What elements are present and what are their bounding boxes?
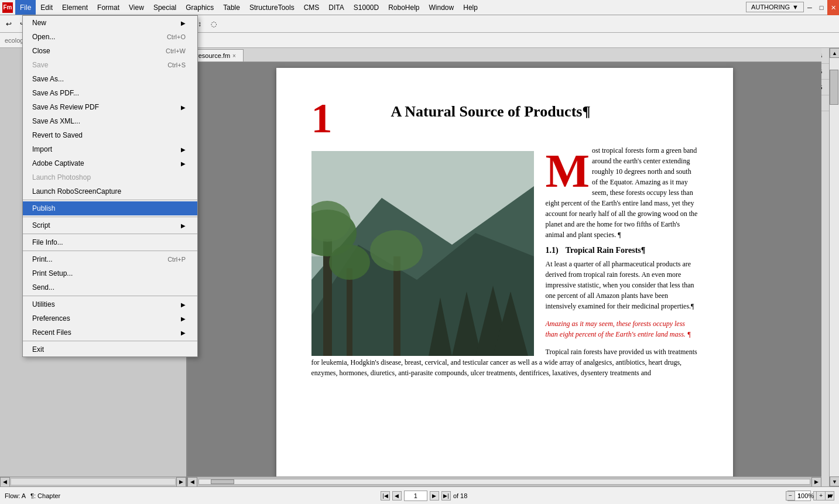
flow-label: Flow: A xyxy=(5,492,26,499)
menu-launch-robo[interactable]: Launch RoboScreenCapture xyxy=(23,184,197,198)
panel-scroll-left[interactable]: ◀ xyxy=(0,477,10,487)
script-submenu-arrow: ▶ xyxy=(181,222,186,229)
menu-script[interactable]: Script ▶ xyxy=(23,218,197,232)
horizontal-scrollbar: ◀ ▶ xyxy=(187,476,821,486)
menu-new[interactable]: New ▶ xyxy=(23,16,197,30)
utilities-submenu-arrow: ▶ xyxy=(181,301,186,308)
window-controls: ─ □ ✕ xyxy=(804,0,839,15)
body-section: M ost tropical forests form a green band… xyxy=(311,145,698,385)
import-submenu-arrow: ▶ xyxy=(181,146,186,153)
zoom-control: − 100% + ▼ xyxy=(786,491,834,500)
page-navigation: |◀ ◀ ▶ ▶| of 18 xyxy=(381,491,467,501)
maximize-button[interactable]: □ xyxy=(816,0,827,15)
panel-scroll-right[interactable]: ▶ xyxy=(176,477,186,487)
menu-utilities[interactable]: Utilities ▶ xyxy=(23,297,197,311)
drop-cap-letter: M xyxy=(546,150,590,192)
chapter-number: 1 xyxy=(311,97,333,139)
menu-launch-photoshop[interactable]: Launch Photoshop xyxy=(23,170,197,184)
document-page: 1 A Natural Source of Products¶ xyxy=(276,68,733,481)
chapter-title: A Natural Source of Products¶ xyxy=(391,103,591,121)
vscroll-up-btn[interactable]: ▲ xyxy=(830,48,839,58)
menu-table[interactable]: Table xyxy=(218,0,245,15)
fm-logo: Fm xyxy=(2,2,13,13)
menu-save-as[interactable]: Save As... xyxy=(23,72,197,86)
menu-adobe-captivate[interactable]: Adobe Captivate ▶ xyxy=(23,156,197,170)
hscroll-right-btn[interactable]: ▶ xyxy=(811,477,821,487)
menu-preferences[interactable]: Preferences ▶ xyxy=(23,311,197,325)
page-total: of 18 xyxy=(453,492,467,499)
nav-prev-page[interactable]: ◀ xyxy=(392,491,402,500)
menu-format[interactable]: Format xyxy=(93,0,124,15)
toolbar-btn-1[interactable]: ↩ xyxy=(2,18,15,30)
page-number-input[interactable] xyxy=(404,491,427,501)
menu-send[interactable]: Send... xyxy=(23,280,197,294)
preferences-submenu-arrow: ▶ xyxy=(181,316,186,322)
menu-save-as-pdf[interactable]: Save As PDF... xyxy=(23,86,197,100)
authoring-button[interactable]: AUTHORING ▼ xyxy=(746,2,804,12)
recent-files-submenu-arrow: ▶ xyxy=(181,330,186,336)
menu-bar: Fm File Edit Element Format View Special… xyxy=(0,0,839,15)
menu-view[interactable]: View xyxy=(124,0,149,15)
minimize-button[interactable]: ─ xyxy=(804,0,816,15)
menu-file-info[interactable]: File Info... xyxy=(23,235,197,249)
menu-save-review-pdf[interactable]: Save As Review PDF ▶ xyxy=(23,100,197,114)
menu-divider-3 xyxy=(23,234,197,234)
menu-exit[interactable]: Exit xyxy=(23,342,197,356)
nav-first-page[interactable]: |◀ xyxy=(381,491,390,500)
para-label: ¶: Chapter xyxy=(30,492,60,499)
chapter-header: 1 A Natural Source of Products¶ xyxy=(311,97,698,139)
hscroll-thumb[interactable] xyxy=(211,479,234,484)
section-number: 1.1) xyxy=(546,246,559,255)
menu-recent-files[interactable]: Recent Files ▶ xyxy=(23,325,197,340)
close-button[interactable]: ✕ xyxy=(827,0,839,15)
menu-save[interactable]: Save Ctrl+S xyxy=(23,58,197,72)
menu-print-setup[interactable]: Print Setup... xyxy=(23,266,197,280)
menu-help[interactable]: Help xyxy=(458,0,482,15)
toolbar-btn-15[interactable]: ◌ xyxy=(207,18,220,30)
doc-area: resource.fm × 1 A Natural Source of Prod… xyxy=(187,48,821,486)
menu-print[interactable]: Print... Ctrl+P xyxy=(23,252,197,266)
tropical-forest-image xyxy=(311,151,534,356)
menu-element[interactable]: Element xyxy=(57,0,93,15)
menu-divider-4 xyxy=(23,251,197,251)
vertical-scrollbar: ▲ ▼ xyxy=(829,48,839,486)
panel-scrollbar-bottom: ◀ ▶ xyxy=(0,476,186,486)
zoom-dropdown-arrow: ▼ xyxy=(828,492,834,499)
menu-import[interactable]: Import ▶ xyxy=(23,142,197,156)
new-submenu-arrow: ▶ xyxy=(181,20,186,26)
menu-edit[interactable]: Edit xyxy=(36,0,57,15)
zoom-level: 100% xyxy=(797,492,814,499)
menu-robohelp[interactable]: RoboHelp xyxy=(383,0,424,15)
zoom-in-btn[interactable]: + xyxy=(816,491,826,500)
menu-divider-5 xyxy=(23,296,197,296)
captivate-submenu-arrow: ▶ xyxy=(181,160,186,167)
menu-dita[interactable]: DITA xyxy=(324,0,348,15)
menu-divider-1 xyxy=(23,200,197,200)
menu-window[interactable]: Window xyxy=(424,0,459,15)
menu-close[interactable]: Close Ctrl+W xyxy=(23,44,197,58)
menu-graphics[interactable]: Graphics xyxy=(181,0,218,15)
menu-revert[interactable]: Revert to Saved xyxy=(23,128,197,142)
menu-special[interactable]: Special xyxy=(149,0,181,15)
doc-tab-close[interactable]: × xyxy=(232,53,236,59)
nav-next-page[interactable]: ▶ xyxy=(430,491,439,500)
menu-file[interactable]: File xyxy=(15,0,36,15)
menu-structuretools[interactable]: StructureTools xyxy=(245,0,299,15)
vscroll-down-btn[interactable]: ▼ xyxy=(830,476,839,486)
vscroll-thumb[interactable] xyxy=(830,70,838,105)
hscroll-track xyxy=(198,479,810,485)
menu-open[interactable]: Open... Ctrl+O xyxy=(23,30,197,44)
menu-publish[interactable]: Publish xyxy=(23,201,197,215)
zoom-out-btn[interactable]: − xyxy=(786,491,795,500)
save-review-submenu-arrow: ▶ xyxy=(181,104,186,111)
hscroll-left-btn[interactable]: ◀ xyxy=(187,477,197,487)
status-bar: Flow: A ¶: Chapter |◀ ◀ ▶ ▶| of 18 ◀ ▶ −… xyxy=(0,486,839,504)
section-heading-text: Tropical Rain Forests¶ xyxy=(566,246,646,255)
menu-divider-6 xyxy=(23,341,197,341)
menu-cms[interactable]: CMS xyxy=(299,0,324,15)
doc-tabs: resource.fm × xyxy=(187,48,821,62)
menu-save-xml[interactable]: Save As XML... xyxy=(23,114,197,128)
menu-s1000d[interactable]: S1000D xyxy=(349,0,383,15)
nav-last-page[interactable]: ▶| xyxy=(441,491,451,500)
file-menu-dropdown: New ▶ Open... Ctrl+O Close Ctrl+W Save C… xyxy=(22,15,198,357)
